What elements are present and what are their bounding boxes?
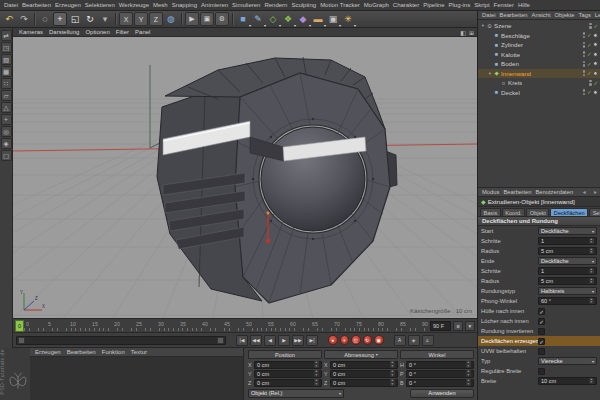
stepper-down-icon[interactable]: ▼ [590, 271, 593, 274]
enabled-check-icon[interactable]: ✓ [593, 80, 598, 86]
add-light-icon[interactable]: ✳▾ [341, 12, 355, 26]
scale-tool-icon[interactable]: ◱ [68, 12, 82, 26]
visibility-dot-bottom[interactable] [589, 83, 592, 86]
record-position-toggle[interactable]: + [340, 335, 350, 345]
om-menu-ansicht[interactable]: Ansicht [530, 12, 553, 18]
attr-checkbox-reguläre-breite[interactable] [538, 368, 545, 375]
render-picture-viewer-icon[interactable]: ▣ [200, 12, 214, 26]
visibility-dots[interactable] [583, 61, 586, 67]
stepper-icon[interactable]: ▲▼ [466, 370, 471, 377]
stepper-down-icon[interactable]: ▼ [590, 251, 593, 254]
menu-fenster[interactable]: Fenster [492, 2, 516, 8]
phong-tag-icon[interactable] [593, 71, 598, 76]
enabled-check-icon[interactable]: ✓ [587, 32, 592, 38]
om-menu-objekte[interactable]: Objekte [553, 12, 577, 18]
material-list-area[interactable] [30, 357, 243, 400]
texture-mode-icon[interactable]: ▨ [1, 54, 12, 65]
phong-tag-icon[interactable] [593, 33, 598, 38]
render-settings-icon[interactable]: ⚙ [215, 12, 229, 26]
enable-axis-icon[interactable]: + [1, 114, 12, 125]
end-frame-field[interactable]: 90 F [430, 321, 451, 331]
om-menu-bearbeiten[interactable]: Bearbeiten [498, 12, 530, 18]
om-menu-tags[interactable]: Tags [577, 12, 593, 18]
stepper-down-icon[interactable]: ▼ [467, 374, 470, 377]
om-menu-datei[interactable]: Datei [480, 12, 498, 18]
enabled-check-icon[interactable]: ✓ [593, 23, 598, 29]
menu-charakter[interactable]: Charakter [391, 2, 421, 8]
viewport-menu-panel[interactable]: Panel [132, 29, 153, 35]
attr-dropdown-rundungstyp[interactable]: Halbkreis▾ [538, 287, 597, 295]
menu-erzeugen[interactable]: Erzeugen [53, 2, 83, 8]
attr-dropdown-typ[interactable]: Vierecke▾ [538, 357, 597, 365]
phong-tag-icon[interactable] [593, 61, 598, 66]
visibility-dots[interactable] [583, 51, 586, 57]
material-menu-bearbeiten[interactable]: Bearbeiten [64, 349, 99, 355]
stepper-down-icon[interactable]: ▼ [391, 374, 394, 377]
timeline-scrollbar[interactable] [16, 336, 226, 345]
coordinate-field-abmessung-z[interactable]: 0 cm▲▼ [330, 379, 398, 387]
last-tool-icon[interactable]: ▾ [98, 12, 112, 26]
stepper-icon[interactable]: ▲▼ [466, 379, 471, 386]
phong-tag-icon[interactable] [593, 52, 598, 57]
stepper-down-icon[interactable]: ▼ [467, 365, 470, 368]
menu-mesh[interactable]: Mesh [151, 2, 170, 8]
stepper-icon[interactable]: ▲▼ [390, 361, 395, 368]
attr-field-breite[interactable]: 10 cm▲▼ [538, 377, 597, 385]
menu-pipeline[interactable]: Pipeline [421, 2, 446, 8]
coordinate-field-winkel-h[interactable]: 0 °▲▼ [406, 361, 474, 369]
object-row-innenwand[interactable]: ▾◆Innenwand✓ [478, 69, 600, 79]
visibility-dot-top[interactable] [589, 23, 592, 26]
coordinate-group-abmessung[interactable]: Abmessung▾ [324, 350, 398, 359]
visibility-dot-bottom[interactable] [583, 64, 586, 67]
menu-bearbeiten[interactable]: Bearbeiten [20, 2, 53, 8]
attr-field-radius[interactable]: 5 cm▲▼ [538, 277, 597, 285]
coordinate-mode-dropdown[interactable]: Objekt (Rel.) ▾ [248, 389, 344, 398]
history-back-icon[interactable]: ◂ [582, 189, 587, 195]
timeline-mode-button[interactable]: ▾ [465, 321, 475, 331]
stepper-down-icon[interactable]: ▼ [391, 383, 394, 386]
object-row-deckel[interactable]: ■Deckel✓ [478, 88, 600, 98]
autokey-button[interactable]: A [394, 335, 406, 346]
object-row-zylinder[interactable]: ■Zylinder✓ [478, 40, 600, 50]
stepper-down-icon[interactable]: ▼ [315, 365, 318, 368]
menu-animieren[interactable]: Animieren [199, 2, 230, 8]
visibility-dot-bottom[interactable] [583, 55, 586, 58]
object-row-boden[interactable]: ■Boden✓ [478, 59, 600, 69]
add-deformer-icon[interactable]: ◆▾ [296, 12, 310, 26]
stepper-icon[interactable]: ▲▼ [589, 278, 594, 285]
coordinate-field-abmessung-y[interactable]: 0 cm▲▼ [330, 370, 398, 378]
visibility-dot-top[interactable] [583, 42, 586, 45]
coordinate-field-winkel-p[interactable]: 0 °▲▼ [406, 370, 474, 378]
coordinate-field-position-x[interactable]: 0 cm▲▼ [254, 361, 322, 369]
coordinate-system-icon[interactable]: ◍ [164, 12, 178, 26]
enabled-check-icon[interactable]: ✓ [587, 70, 592, 76]
menu-skript[interactable]: Skript [472, 2, 491, 8]
material-menu-textur[interactable]: Textur [128, 349, 150, 355]
enabled-check-icon[interactable]: ✓ [587, 61, 592, 67]
add-array-icon[interactable]: ❖▾ [281, 12, 295, 26]
attr-tab-koord[interactable]: Koord. [502, 208, 525, 216]
viewport-menu-kameras[interactable]: Kameras [16, 29, 46, 35]
timeline-ruler[interactable]: 0 051015202530354045505560657075808590 9… [13, 318, 477, 333]
apply-button[interactable]: Anwenden [410, 389, 474, 398]
stepper-down-icon[interactable]: ▼ [590, 301, 593, 304]
menu-mograph[interactable]: MoGraph [362, 2, 391, 8]
attr-dropdown-ende[interactable]: Deckfläche▾ [538, 257, 597, 265]
visibility-dot-top[interactable] [583, 61, 586, 64]
attribute-section-header[interactable]: Deckflächen und Rundung [478, 217, 600, 226]
record-scale-toggle[interactable]: ◱ [351, 335, 361, 345]
stepper-icon[interactable]: ▲▼ [314, 379, 319, 386]
stepper-down-icon[interactable]: ▼ [590, 241, 593, 244]
3d-model-drum[interactable] [157, 57, 397, 303]
attr-dropdown-start[interactable]: Deckfläche▾ [538, 227, 597, 235]
enabled-check-icon[interactable]: ✓ [587, 89, 592, 95]
menu-datei[interactable]: Datei [2, 2, 20, 8]
viewport-menu-filter[interactable]: Filter [113, 29, 132, 35]
attr-field-schritte[interactable]: 1▲▼ [538, 267, 597, 275]
am-menu-modus[interactable]: Modus [480, 189, 501, 195]
stepper-down-icon[interactable]: ▼ [315, 374, 318, 377]
model-mode-icon[interactable]: ◳ [1, 42, 12, 53]
add-camera-icon[interactable]: ▣▾ [326, 12, 340, 26]
play-button[interactable]: ▶ [278, 335, 290, 346]
render-view-icon[interactable]: ▶ [185, 12, 199, 26]
